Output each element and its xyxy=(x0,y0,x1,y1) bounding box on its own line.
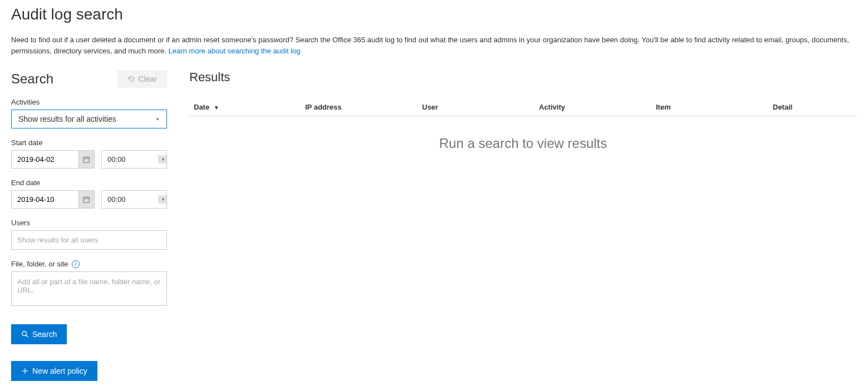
sort-descending-icon: ▼ xyxy=(214,105,219,111)
svg-line-21 xyxy=(26,335,28,338)
info-icon[interactable]: i xyxy=(72,260,80,268)
column-activity[interactable]: Activity xyxy=(534,98,651,116)
end-date-label: End date xyxy=(11,179,167,187)
column-user[interactable]: User xyxy=(418,98,534,116)
start-time-value: 00:00 xyxy=(107,155,126,164)
end-time-value: 00:00 xyxy=(107,195,126,204)
file-label-text: File, folder, or site xyxy=(11,260,68,268)
new-alert-button-label: New alert policy xyxy=(32,367,87,375)
learn-more-link[interactable]: Learn more about searching the audit log xyxy=(168,47,300,55)
column-detail[interactable]: Detail xyxy=(768,98,857,116)
page-title: Audit log search xyxy=(11,6,857,23)
search-button[interactable]: Search xyxy=(11,324,67,344)
users-input[interactable] xyxy=(11,230,167,250)
svg-rect-0 xyxy=(84,157,90,162)
search-panel: Search Clear Activities Show results for… xyxy=(11,70,167,381)
users-label: Users xyxy=(11,219,167,227)
end-time-select[interactable]: 00:00 ▾ xyxy=(101,190,167,209)
plus-icon xyxy=(21,367,29,375)
start-date-input[interactable] xyxy=(12,151,79,168)
activities-select[interactable]: Show results for all activities ▼ xyxy=(11,110,167,128)
results-table: Date ▼ IP address User Activity Item Det… xyxy=(189,98,857,116)
page-description: Need to find out if a user deleted a doc… xyxy=(11,34,857,56)
calendar-icon xyxy=(82,156,90,164)
column-date[interactable]: Date ▼ xyxy=(189,98,301,116)
results-empty-message: Run a search to view results xyxy=(189,116,857,151)
file-textarea[interactable] xyxy=(11,271,167,306)
column-ip[interactable]: IP address xyxy=(301,98,418,116)
clear-label: Clear xyxy=(139,75,157,83)
end-date-calendar-button[interactable] xyxy=(79,191,94,208)
search-title: Search xyxy=(11,71,53,87)
chevron-down-icon: ▼ xyxy=(155,117,160,122)
chevron-down-icon: ▾ xyxy=(159,155,166,164)
start-date-label: Start date xyxy=(11,138,167,147)
start-time-select[interactable]: 00:00 ▾ xyxy=(101,150,167,169)
svg-rect-10 xyxy=(84,197,90,202)
calendar-icon xyxy=(82,196,90,204)
file-label: File, folder, or site i xyxy=(11,260,167,268)
search-button-label: Search xyxy=(32,330,57,339)
search-icon xyxy=(21,330,29,338)
undo-icon xyxy=(127,75,135,83)
column-item[interactable]: Item xyxy=(651,98,768,116)
clear-button[interactable]: Clear xyxy=(117,70,167,88)
activities-selected-value: Show results for all activities xyxy=(18,115,116,123)
column-date-label: Date xyxy=(194,103,209,111)
new-alert-policy-button[interactable]: New alert policy xyxy=(11,361,97,381)
results-title: Results xyxy=(189,70,857,85)
end-date-input[interactable] xyxy=(12,191,79,208)
description-text: Need to find out if a user deleted a doc… xyxy=(11,36,849,55)
svg-point-20 xyxy=(22,331,27,336)
activities-label: Activities xyxy=(11,98,167,106)
start-date-calendar-button[interactable] xyxy=(79,151,94,168)
results-panel: Results Date ▼ IP address User Activity … xyxy=(189,70,857,381)
chevron-down-icon: ▾ xyxy=(159,195,166,204)
